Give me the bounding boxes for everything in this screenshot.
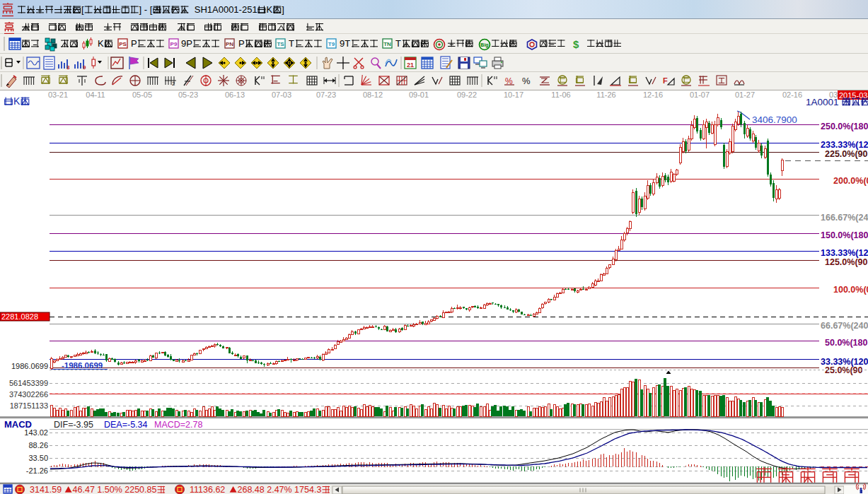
- svg-text:PS: PS: [119, 41, 127, 47]
- svg-text:06-13: 06-13: [225, 90, 245, 99]
- svg-text:PN: PN: [226, 41, 233, 47]
- svg-text:01-07: 01-07: [690, 90, 710, 99]
- svg-text:88.26: 88.26: [28, 441, 48, 449]
- svg-text:K: K: [266, 4, 272, 15]
- svg-text:1A0001: 1A0001: [806, 97, 841, 107]
- svg-text:F: F: [663, 76, 668, 85]
- svg-text:T: T: [395, 38, 401, 49]
- svg-text:TN: TN: [383, 41, 391, 47]
- svg-text:2281.0828: 2281.0828: [1, 312, 38, 321]
- svg-text:08-12: 08-12: [363, 90, 383, 99]
- svg-text:05-23: 05-23: [178, 90, 198, 99]
- svg-text:11136.62: 11136.62: [190, 485, 228, 494]
- svg-text:3141.59: 3141.59: [30, 485, 64, 494]
- svg-text:3406.7900: 3406.7900: [752, 114, 797, 125]
- svg-text:33.50: 33.50: [28, 454, 48, 462]
- svg-text:DIF=-3.95: DIF=-3.95: [54, 420, 93, 430]
- svg-text:] - [: ] - [: [139, 4, 153, 15]
- svg-text:9T: 9T: [340, 38, 350, 49]
- svg-text:3: 3: [66, 64, 70, 71]
- svg-text:268.48 2.47% 1754.3: 268.48 2.47% 1754.3: [238, 485, 322, 494]
- svg-text:1986.0699: 1986.0699: [11, 362, 48, 370]
- svg-text:11-06: 11-06: [551, 90, 570, 99]
- svg-text:9P: 9P: [181, 38, 192, 49]
- svg-text:11-26: 11-26: [596, 90, 615, 99]
- svg-text:-21.26: -21.26: [26, 466, 48, 475]
- svg-text:133.33%(120: 133.33%(120: [821, 248, 868, 258]
- svg-text:233.33%(120: 233.33%(120: [821, 140, 868, 150]
- svg-text:02-16: 02-16: [782, 90, 802, 99]
- svg-text:05-05: 05-05: [132, 90, 152, 99]
- svg-text:]: ]: [282, 4, 284, 15]
- svg-text:9: 9: [83, 64, 86, 71]
- svg-text:P9: P9: [170, 41, 178, 47]
- svg-text:K: K: [13, 95, 21, 107]
- svg-text:100.0%(0: 100.0%(0: [833, 285, 868, 295]
- svg-text:50.0%(180: 50.0%(180: [825, 338, 868, 348]
- svg-text:21: 21: [407, 61, 414, 69]
- svg-text:66.67%(240: 66.67%(240: [821, 321, 868, 331]
- svg-text:10-17: 10-17: [504, 90, 523, 99]
- svg-text:125.0%(90: 125.0%(90: [825, 257, 868, 267]
- svg-text:150.0%(180: 150.0%(180: [821, 230, 868, 240]
- svg-text:TS: TS: [277, 41, 284, 47]
- svg-text:01-27: 01-27: [735, 90, 755, 99]
- svg-text:$: $: [573, 38, 579, 50]
- svg-text:187151133: 187151133: [10, 401, 48, 410]
- svg-text:DEA=-5.34: DEA=-5.34: [104, 420, 148, 430]
- svg-text:225.0%(90: 225.0%(90: [825, 149, 868, 159]
- svg-text:-1986.0699: -1986.0699: [62, 361, 103, 370]
- svg-text:04-11: 04-11: [86, 90, 105, 99]
- svg-text:%: %: [522, 76, 531, 86]
- svg-text:561453399: 561453399: [9, 379, 48, 387]
- svg-text:K: K: [98, 38, 104, 49]
- svg-text:09-01: 09-01: [409, 90, 429, 99]
- svg-text:374302266: 374302266: [9, 390, 48, 399]
- svg-text:143.02: 143.02: [24, 428, 48, 437]
- svg-text:07-23: 07-23: [316, 90, 336, 99]
- svg-text:03-21: 03-21: [48, 90, 68, 99]
- svg-text:2: 2: [172, 81, 175, 87]
- svg-text:250.0%(180: 250.0%(180: [821, 122, 868, 131]
- svg-text:T: T: [289, 38, 294, 49]
- svg-text:200.0%(0: 200.0%(0: [833, 176, 868, 186]
- svg-text:Big: Big: [480, 42, 488, 48]
- svg-text:MACD=2.78: MACD=2.78: [154, 420, 202, 430]
- svg-text:46.47 1.50% 2250.85: 46.47 1.50% 2250.85: [73, 485, 157, 494]
- svg-text:09-22: 09-22: [457, 90, 477, 99]
- svg-text:P: P: [131, 38, 137, 49]
- svg-text:T9: T9: [328, 41, 335, 47]
- svg-text:SH1A0001-251: SH1A0001-251: [190, 4, 257, 15]
- svg-text:P: P: [238, 38, 245, 49]
- svg-text:07-03: 07-03: [272, 90, 291, 99]
- svg-text:[: [: [81, 4, 84, 15]
- svg-text:12-16: 12-16: [643, 90, 663, 99]
- svg-text:166.67%(240: 166.67%(240: [821, 213, 868, 223]
